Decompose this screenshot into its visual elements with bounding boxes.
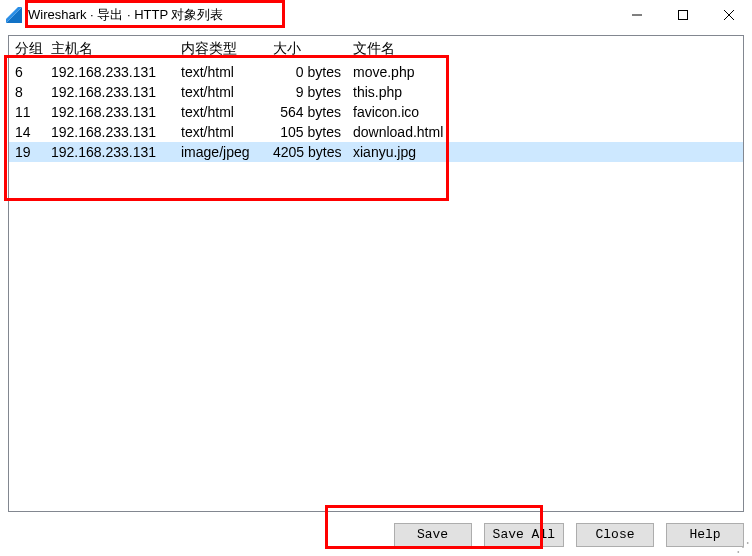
- cell-filename: this.php: [347, 82, 743, 102]
- cell-packet: 6: [9, 62, 45, 82]
- cell-size: 9 bytes: [267, 82, 347, 102]
- table-header-row: 分组 主机名 内容类型 大小 文件名: [9, 36, 743, 62]
- cell-content-type: text/html: [175, 102, 267, 122]
- table-row[interactable]: 6192.168.233.131text/html0 bytesmove.php: [9, 62, 743, 82]
- table-row[interactable]: 14192.168.233.131text/html105 bytesdownl…: [9, 122, 743, 142]
- wireshark-icon: [6, 7, 22, 23]
- close-dialog-button[interactable]: Close: [576, 523, 654, 547]
- cell-hostname: 192.168.233.131: [45, 102, 175, 122]
- cell-filename: xianyu.jpg: [347, 142, 743, 162]
- cell-hostname: 192.168.233.131: [45, 122, 175, 142]
- cell-content-type: text/html: [175, 82, 267, 102]
- cell-size: 4205 bytes: [267, 142, 347, 162]
- cell-content-type: text/html: [175, 122, 267, 142]
- minimize-button[interactable]: [614, 0, 660, 30]
- maximize-button[interactable]: [660, 0, 706, 30]
- cell-packet: 14: [9, 122, 45, 142]
- col-size[interactable]: 大小: [267, 36, 347, 62]
- svg-rect-1: [679, 11, 688, 20]
- window-controls: [614, 0, 752, 30]
- save-button[interactable]: Save: [394, 523, 472, 547]
- cell-filename: download.html: [347, 122, 743, 142]
- cell-filename: favicon.ico: [347, 102, 743, 122]
- cell-hostname: 192.168.233.131: [45, 82, 175, 102]
- title-wrap: Wireshark · 导出 · HTTP 对象列表: [0, 0, 224, 30]
- cell-packet: 11: [9, 102, 45, 122]
- cell-filename: move.php: [347, 62, 743, 82]
- cell-size: 564 bytes: [267, 102, 347, 122]
- cell-content-type: text/html: [175, 62, 267, 82]
- help-button[interactable]: Help: [666, 523, 744, 547]
- table-row[interactable]: 11192.168.233.131text/html564 bytesfavic…: [9, 102, 743, 122]
- col-packet[interactable]: 分组: [9, 36, 45, 62]
- col-content-type[interactable]: 内容类型: [175, 36, 267, 62]
- window-title: Wireshark · 导出 · HTTP 对象列表: [28, 6, 224, 24]
- col-hostname[interactable]: 主机名: [45, 36, 175, 62]
- save-all-button[interactable]: Save All: [484, 523, 564, 547]
- cell-content-type: image/jpeg: [175, 142, 267, 162]
- col-filename[interactable]: 文件名: [347, 36, 743, 62]
- table-row[interactable]: 8192.168.233.131text/html9 bytesthis.php: [9, 82, 743, 102]
- close-button[interactable]: [706, 0, 752, 30]
- cell-size: 105 bytes: [267, 122, 347, 142]
- object-list-frame: 分组 主机名 内容类型 大小 文件名 6192.168.233.131text/…: [8, 35, 744, 512]
- cell-hostname: 192.168.233.131: [45, 62, 175, 82]
- object-list-table[interactable]: 分组 主机名 内容类型 大小 文件名 6192.168.233.131text/…: [9, 36, 743, 162]
- cell-packet: 19: [9, 142, 45, 162]
- cell-hostname: 192.168.233.131: [45, 142, 175, 162]
- client-area: 分组 主机名 内容类型 大小 文件名 6192.168.233.131text/…: [0, 30, 752, 512]
- cell-size: 0 bytes: [267, 62, 347, 82]
- titlebar: Wireshark · 导出 · HTTP 对象列表: [0, 0, 752, 30]
- button-bar: Save Save All Close Help: [394, 520, 744, 550]
- cell-packet: 8: [9, 82, 45, 102]
- table-row[interactable]: 19192.168.233.131image/jpeg4205 bytesxia…: [9, 142, 743, 162]
- window: Wireshark · 导出 · HTTP 对象列表 分组: [0, 0, 752, 556]
